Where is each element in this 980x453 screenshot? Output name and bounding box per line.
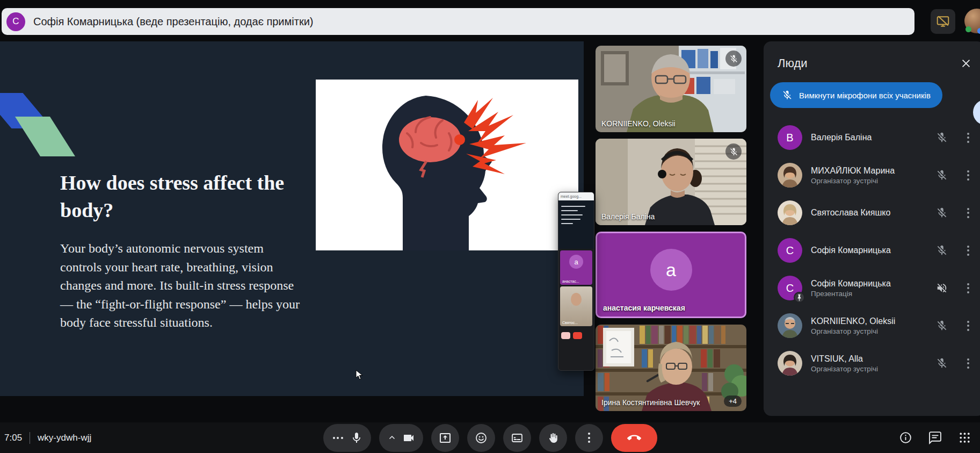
participant-menu-button[interactable] [960,170,976,181]
activities-button[interactable] [958,431,971,444]
bottom-bar: 7:05 wky-ydwh-wjj [0,422,980,453]
participant-subtitle: Організатор зустрічі [811,177,924,185]
mic-icon [350,432,363,444]
presenter-avatar: C [6,12,25,31]
mute-all-label: Вимкнути мікрофони всіх учасників [799,91,931,100]
divider [30,432,30,444]
raise-hand-button[interactable] [539,424,567,452]
mic-off-icon [932,169,952,181]
participant-subtitle: Презентація [811,290,924,298]
participant-name: Святослава Кияшко [811,208,924,218]
captions-button[interactable] [503,424,531,452]
people-panel: Люди Вимкнути мікрофони всіх учасників B… [764,41,980,416]
mic-off-icon [932,320,952,332]
tile-muted-indicator [725,51,742,67]
mini-tile-label: анастас... [562,279,579,283]
account-avatar[interactable] [964,9,980,33]
participant-row-presentation[interactable]: C Софія Комарницька Презентація [764,269,980,307]
shared-screen-mini-preview: meet.goog... a анастас... Святос... [558,192,594,371]
mini-face [571,293,582,306]
captions-icon [511,432,524,444]
video-tile-shevchuk[interactable]: Ірина Костянтинівна Шевчук +4 [596,325,746,411]
present-button[interactable] [431,424,459,452]
meeting-details-button[interactable] [899,431,912,444]
presenter-banner-text: Софія Комарницька (веде презентацію, дод… [33,16,313,28]
participant-menu-button[interactable] [960,283,976,293]
tile-name-label: Валерія Баліна [601,212,655,221]
mini-controls [558,328,594,343]
avatar-letter: B [786,132,793,144]
participant-row[interactable]: МИХАЙЛЮК Марина Організатор зустрічі [764,156,980,194]
presence-dot-green [966,26,971,32]
camera-options-chevron[interactable] [387,433,397,443]
chevron-up-icon [387,433,397,443]
participant-menu-button[interactable] [960,133,976,143]
mic-off-icon [932,207,952,219]
mic-button[interactable] [350,432,363,444]
participant-menu-button[interactable] [960,208,976,218]
participant-name: KORNIIENKO, Oleksii [811,317,924,326]
tile-name-label: KORNIIENKO, Oleksii [601,119,676,128]
more-participants-badge: +4 [724,396,742,407]
reactions-button[interactable] [467,424,495,452]
mini-avatar-circle: a [569,255,583,269]
bottom-right-actions [899,422,971,453]
video-tile-korniienko[interactable]: KORNIIENKO, Oleksii [596,46,746,132]
participant-name: Софія Комарницька [811,279,924,289]
meeting-info: 7:05 wky-ydwh-wjj [4,422,91,453]
mini-mic-off-chip [561,332,570,339]
meet-window: C Софія Комарницька (веде презентацію, д… [0,0,980,453]
mic-control-pill [323,424,371,452]
participant-list: B Валерія Баліна МИХАЙЛЮК Марина Організ… [764,119,980,382]
participant-row[interactable]: B Валерія Баліна [764,119,980,156]
participant-name: Софія Комарницька [811,246,924,255]
participant-row[interactable]: Святослава Кияшко [764,194,980,232]
people-panel-header: Люди [764,41,980,80]
video-tile-balina[interactable]: Валерія Баліна [596,139,746,225]
close-panel-button[interactable] [957,54,975,73]
hand-icon [547,432,560,444]
participant-row[interactable]: VITSIUK, Alla Організатор зустрічі [764,344,980,382]
presence-dot-blue [977,28,980,34]
mic-off-icon [932,132,952,143]
participant-subtitle: Організатор зустрічі [811,365,924,373]
avatar-letter: C [786,282,794,294]
participant-name: МИХАЙЛЮК Марина [811,166,924,176]
avatar-circle: a [650,249,692,291]
participant-menu-button[interactable] [960,321,976,331]
avatar: B [778,125,802,150]
participant-name: Валерія Баліна [811,133,924,142]
clock: 7:05 [4,433,22,443]
slide-decor-green-shape [15,117,75,156]
presenting-indicator-button[interactable] [931,9,955,34]
shared-slide: How does stress affect the body? Your bo… [0,41,584,396]
avatar [778,163,802,188]
video-tile-karchevskaya-active-speaker[interactable]: a анастасия карчевская [596,232,746,318]
chat-icon [928,431,942,444]
audio-off-icon [932,282,952,294]
camera-control-pill [379,424,423,452]
avatar-letter: C [786,245,794,257]
camera-button[interactable] [402,432,415,444]
participant-row[interactable]: C Софія Комарницька [764,232,980,269]
participant-menu-button[interactable] [960,358,976,369]
mini-address-bar: meet.goog... [558,192,594,200]
more-options-button[interactable] [575,424,603,452]
screen-share-off-icon [936,15,950,28]
emoji-icon [475,432,488,444]
chat-button[interactable] [928,431,942,444]
apps-grid-icon [958,431,971,444]
participant-menu-button[interactable] [960,246,976,256]
present-icon [439,432,452,444]
mic-off-icon [782,90,793,100]
mini-tile2-label: Святос... [562,321,578,325]
mute-all-button[interactable]: Вимкнути мікрофони всіх учасників [770,82,942,108]
participant-row[interactable]: KORNIIENKO, Oleksii Організатор зустрічі [764,307,980,344]
audio-options-button[interactable] [331,437,345,439]
end-call-button[interactable] [611,424,657,452]
presenting-pin-badge [794,292,805,303]
tile-name-label: анастасия карчевская [603,304,685,312]
avatar [778,313,802,338]
tile-name-label: Ірина Костянтинівна Шевчук [601,398,700,407]
avatar [778,200,802,225]
